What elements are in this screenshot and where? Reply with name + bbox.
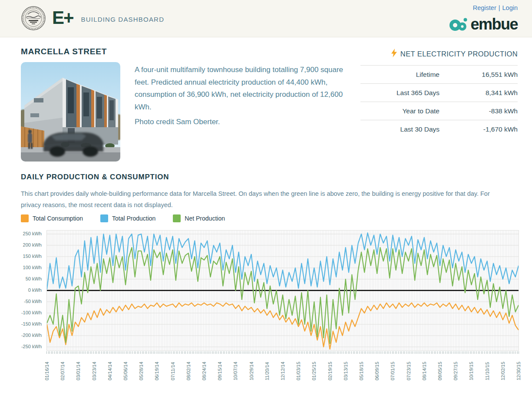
stats-value: -1,670 kWh [439,125,518,133]
x-axis-label: 04/14/14 [107,362,112,380]
lightning-bolt-icon [391,49,397,59]
legend-item-net: Net Production [173,214,225,222]
x-axis-label: 06/09/15 [374,362,380,380]
stats-row: Lifetime 16,551 kWh [360,65,518,83]
plot-area [46,230,519,351]
series-net-production [47,247,519,343]
y-axis-label: -200 kWh [0,333,42,338]
embue-wordmark: embue [470,15,518,33]
auth-separator: | [499,4,500,11]
chart-legend: Total Consumption Total Production Net P… [21,214,242,222]
y-axis-label: 200 kWh [0,242,42,247]
x-axis-label: 03/23/14 [92,362,97,380]
y-axis-label: 100 kWh [0,265,42,270]
x-axis-label: 10/19/15 [469,362,474,380]
x-axis-label: 02/19/15 [327,362,333,380]
page: E+ BUILDING DASHBOARD Register|Login emb… [0,0,532,399]
x-axis-label: 06/19/14 [154,362,159,380]
embue-logo: embue [449,15,518,35]
chart-section-title: DAILY PRODUCTION & CONSUMPTION [21,173,169,181]
x-axis-label: 08/14/15 [422,362,427,380]
stats-row: Year to Date -838 kWh [360,102,518,120]
y-axis-label: -100 kWh [0,310,42,315]
x-axis-label: 07/01/15 [390,362,395,380]
x-axis-label: 05/18/15 [359,362,364,380]
x-axis-label: 09/05/15 [437,362,443,380]
x-axis-label: 05/06/14 [123,362,128,380]
stats-value: -838 kWh [439,107,518,115]
y-axis-label: -50 kWh [0,299,42,304]
login-link[interactable]: Login [502,4,518,11]
x-axis-label: 12/02/15 [500,362,506,380]
x-axis-label: 08/02/14 [186,362,191,380]
x-axis-label: 09/27/15 [453,362,458,380]
y-axis-label: 250 kWh [0,231,42,236]
x-axis-label: 03/13/15 [343,362,348,380]
stats-row: Last 30 Days -1,670 kWh [360,120,518,138]
building-description: A four-unit multifamily townhouse buildi… [135,64,354,113]
stats-title: NET ELECTRICITY PRODUCTION [400,50,518,58]
register-link[interactable]: Register [473,4,496,11]
x-axis-label: 09/15/14 [217,362,222,380]
daily-chart: 250 kWh200 kWh150 kWh100 kWh50 kWh0 kWh-… [0,230,532,386]
y-axis-label: 150 kWh [0,254,42,259]
building-name: MARCELLA STREET [21,47,107,56]
x-axis-label: 03/01/14 [76,362,81,380]
header: E+ BUILDING DASHBOARD Register|Login emb… [0,0,532,37]
eplus-logo: E+ [52,7,73,28]
x-axis-label: 01/03/15 [296,362,301,380]
embue-rings-icon [449,15,469,35]
stats-label: Last 30 Days [360,125,439,133]
x-axis-label: 08/24/14 [202,362,207,380]
x-axis-label: 01/25/15 [311,362,317,380]
consumption-swatch [21,214,29,222]
stats-row: Last 365 Days 8,341 kWh [360,83,518,102]
series-total-consumption [47,303,519,350]
stats-label: Lifetime [360,71,439,79]
legend-label: Total Consumption [33,215,83,222]
building-photo [21,62,120,162]
y-axis-label: 50 kWh [0,276,42,281]
y-axis-label: -150 kWh [0,321,42,326]
x-axis-ticks [46,351,519,354]
x-axis-label: 02/07/14 [60,362,65,380]
legend-item-consumption: Total Consumption [21,214,83,222]
x-axis-label: 11/20/14 [264,362,270,380]
x-axis-label: 01/16/14 [44,362,50,380]
x-axis-label: 10/29/14 [249,362,254,380]
x-axis-label: 07/11/14 [170,362,175,380]
photo-credit: Photo credit Sam Oberter. [135,118,220,126]
x-axis-label: 11/10/15 [485,362,490,380]
stats-value: 16,551 kWh [439,71,518,79]
x-axis-label: 10/07/14 [233,362,238,380]
legend-item-production: Total Production [100,214,155,222]
y-axis-label: 0 kWh [0,287,42,293]
stats-label: Year to Date [360,107,439,115]
production-swatch [100,214,108,222]
net-production-panel: NET ELECTRICITY PRODUCTION Lifetime 16,5… [360,49,518,138]
legend-label: Total Production [112,215,155,222]
x-axis-label: 12/12/14 [280,362,285,380]
boston-seal-icon [21,5,46,33]
auth-links: Register|Login [473,4,518,11]
chart-description: This chart provides daily whole-building… [21,188,503,211]
app-title: BUILDING DASHBOARD [81,16,165,23]
x-axis-label: 07/23/15 [406,362,411,380]
stats-value: 8,341 kWh [439,89,518,97]
x-axis-label: 12/30/15 [516,362,521,380]
legend-label: Net Production [185,215,225,222]
y-axis-label: -250 kWh [0,344,42,349]
stats-label: Last 365 Days [360,89,439,97]
x-axis-label: 05/28/14 [139,362,144,380]
net-swatch [173,214,181,222]
